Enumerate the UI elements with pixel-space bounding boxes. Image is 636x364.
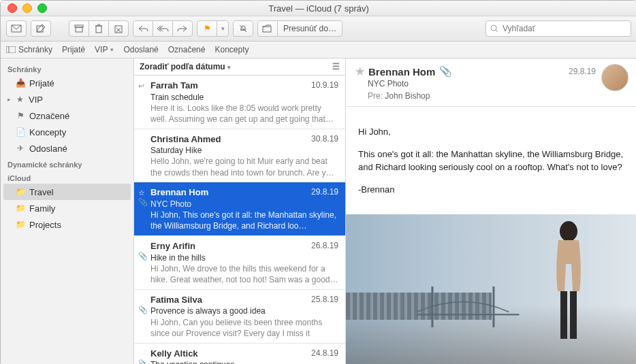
sidebar-item-inbox[interactable]: 📥Prijaté (1, 75, 133, 91)
flag-group: ⚑ ▾ (197, 20, 229, 37)
fav-drafts[interactable]: Koncepty (214, 45, 249, 54)
junk-icon (114, 24, 123, 33)
message-preview: Hi John, Can you believe its been three … (150, 317, 338, 339)
minimize-button[interactable] (22, 3, 32, 13)
toolbar: ⚑ ▾ Presunúť do… (1, 16, 636, 42)
svg-rect-3 (76, 27, 82, 32)
delete-button[interactable] (89, 20, 109, 37)
mailboxes-label: Schránky (18, 45, 52, 54)
archive-button[interactable] (69, 20, 89, 37)
message-row[interactable]: ☆📎Brennan Hom29.8.19NYC PhotoHi John, Th… (134, 182, 345, 236)
star-icon: ☆ (138, 188, 145, 198)
sidebar-item-family[interactable]: 📁Family (1, 200, 133, 216)
svg-rect-4 (96, 26, 101, 33)
svg-point-7 (491, 25, 496, 31)
attachment-icon: 📎 (138, 359, 148, 364)
attachment-icon: 📎 (439, 65, 452, 78)
message-row[interactable]: Christina Ahmed30.8.19Saturday HikeHello… (134, 129, 345, 183)
doc-icon: 📄 (16, 127, 25, 137)
message-date: 30.8.19 (311, 133, 338, 146)
sidebar-item-projects[interactable]: 📁Projects (1, 216, 133, 233)
close-button[interactable] (7, 3, 17, 13)
junk-button[interactable] (108, 20, 129, 37)
reply-group (133, 20, 193, 37)
message-preview: Hi John, We drove to the hills this week… (150, 263, 338, 285)
fav-inbox[interactable]: Prijaté (62, 45, 85, 54)
attachment-icon: 📎 (138, 197, 148, 208)
search-input[interactable] (501, 23, 626, 34)
zoom-button[interactable] (37, 3, 47, 13)
fav-sent[interactable]: Odoslané (123, 45, 158, 54)
send-icon: ✈ (16, 144, 25, 153)
message-subject: Saturday Hike (150, 145, 338, 156)
fav-flagged[interactable]: Označené (168, 45, 206, 54)
flag-button[interactable]: ⚑ (197, 20, 217, 37)
message-date: 26.8.19 (311, 240, 338, 252)
sort-header[interactable]: Zoradiť podľa dátumu ▾ ☰ (134, 59, 345, 76)
chevron-down-icon: ▾ (221, 25, 225, 32)
main-body: Schránky 📥Prijaté ▸★VIP ⚑Označené 📄Konce… (1, 59, 636, 364)
message-subject: Hike in the hills (150, 252, 338, 263)
person-illustration (541, 216, 596, 352)
body-signature: -Brennan (358, 183, 624, 197)
disclosure-icon[interactable]: ▸ (7, 96, 11, 103)
move-to-label: Presunúť do… (283, 24, 336, 33)
sidebar-item-drafts[interactable]: 📄Koncepty (1, 124, 133, 140)
window-title: Travel — iCloud (7 správ) (1, 3, 636, 14)
move-icon-button[interactable] (257, 20, 278, 37)
message-recipients: Pre: John Bishop (368, 91, 627, 101)
star-icon[interactable]: ★ (355, 65, 364, 78)
reply-all-icon (157, 24, 169, 33)
move-to-button[interactable]: Presunúť do… (277, 20, 343, 37)
message-date: 24.8.19 (311, 348, 338, 360)
message-from: Brennan Hom (150, 186, 208, 199)
message-row[interactable]: 📎Erny Arifin26.8.19Hike in the hillsHi J… (134, 236, 345, 290)
fav-vip[interactable]: VIP ▾ (95, 45, 114, 54)
message-subject: The vacation continues (150, 359, 338, 364)
svg-rect-6 (263, 27, 271, 32)
sidebar-item-travel[interactable]: 📁Travel (3, 184, 131, 200)
message-from: Farrah Tam (150, 80, 198, 92)
search-icon (490, 24, 498, 33)
search-field[interactable] (486, 20, 631, 37)
sidebar-item-flagged[interactable]: ⚑Označené (1, 107, 133, 124)
reply-button[interactable] (133, 20, 153, 37)
bridge-illustration (410, 286, 526, 327)
mailboxes-toggle[interactable]: Schránky (6, 45, 52, 54)
message-row[interactable]: 📎Fatima Silva25.8.19Provence is always a… (134, 290, 345, 344)
attachment-icon: 📎 (138, 305, 148, 315)
sender-avatar[interactable] (601, 64, 629, 91)
svg-rect-14 (560, 291, 567, 339)
preview-pane: ★ Brennan Hom 📎 NYC Photo Pre: John Bish… (346, 59, 636, 364)
favorites-bar: Schránky Prijaté VIP ▾ Odoslané Označené… (1, 42, 636, 59)
message-preview: Hi John, This one's got it all: the Manh… (150, 210, 338, 231)
reply-all-button[interactable] (153, 20, 173, 37)
message-subject: Provence is always a good idea (150, 305, 338, 316)
message-date: 25.8.19 (311, 294, 338, 306)
filter-icon[interactable]: ☰ (332, 62, 340, 71)
compose-button[interactable] (31, 20, 51, 37)
window-controls (1, 3, 47, 13)
message-from: Erny Arifin (150, 240, 195, 252)
forward-icon (177, 24, 188, 33)
get-mail-button[interactable] (6, 20, 27, 37)
flag-menu-button[interactable]: ▾ (217, 20, 229, 37)
move-group: Presunúť do… (257, 20, 343, 37)
forward-button[interactable] (172, 20, 193, 37)
sidebar-item-vip[interactable]: ▸★VIP (1, 91, 133, 107)
svg-rect-15 (570, 291, 577, 339)
sidebar-item-sent[interactable]: ✈Odoslané (1, 140, 133, 156)
compose-icon (36, 24, 46, 33)
folder-icon: 📁 (16, 220, 25, 229)
message-subject: NYC Photo (368, 79, 627, 88)
mute-button[interactable] (233, 20, 253, 37)
envelope-icon (11, 24, 22, 33)
archive-delete-group (69, 20, 129, 37)
chevron-down-icon: ▾ (227, 64, 231, 71)
body-greeting: Hi John, (358, 125, 624, 139)
message-row[interactable]: ↩Farrah Tam10.9.19Train scheduleHere it … (134, 76, 345, 129)
trash-icon (95, 24, 103, 33)
message-list[interactable]: ↩Farrah Tam10.9.19Train scheduleHere it … (134, 76, 345, 364)
message-attachment-image[interactable] (346, 214, 636, 364)
message-row[interactable]: 📎Kelly Altick24.8.19The vacation continu… (134, 344, 345, 364)
